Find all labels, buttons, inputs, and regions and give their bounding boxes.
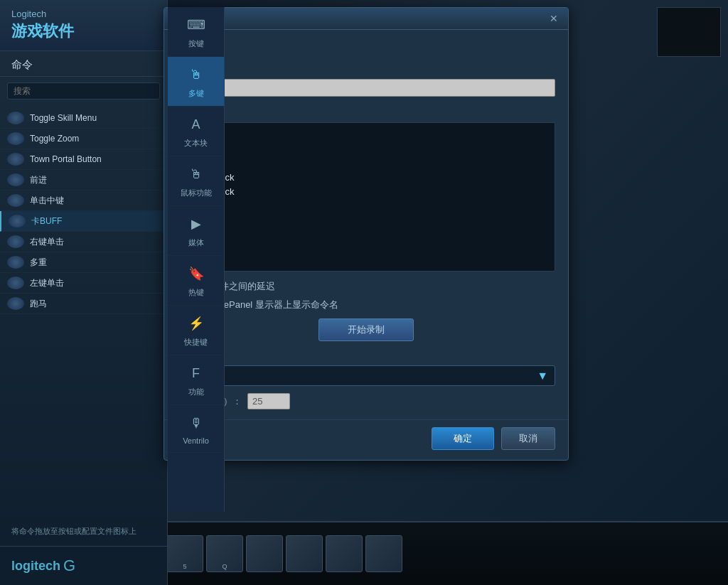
repeat-label: 重复选项: [177, 348, 555, 361]
command-label-right-click: 右键单击: [30, 236, 64, 248]
command-item-right-click[interactable]: 右键单击: [0, 232, 167, 252]
type-label-function: 功能: [188, 387, 204, 397]
key-item: ↑Num Lock: [182, 184, 550, 198]
key-item: ↓Num Lock: [182, 170, 550, 184]
command-icon-ka-buff: [9, 215, 26, 227]
dialog-footer: 确定 取消: [164, 419, 568, 460]
key-item: ↑Num 1: [182, 198, 550, 213]
command-icon-multi: [7, 256, 24, 269]
type-icon-function: F: [183, 363, 209, 384]
command-icon-middle-click: [7, 194, 24, 207]
record-button[interactable]: 开始录制: [318, 318, 414, 341]
key-item: ↑Num 3: [182, 227, 550, 241]
command-label-town-portal: Town Portal Button: [30, 154, 102, 164]
cancel-button[interactable]: 取消: [501, 427, 555, 450]
command-item-ka-buff[interactable]: 卡BUFF: [0, 211, 167, 232]
type-item-function[interactable]: F功能: [168, 355, 224, 405]
command-icon-toggle-zoom: [7, 132, 24, 145]
key-item: ↓Num 2: [182, 141, 550, 156]
delay-input[interactable]: [247, 393, 290, 409]
command-item-toggle-zoom[interactable]: Toggle Zoom: [0, 129, 167, 149]
name-input[interactable]: [177, 79, 555, 97]
keys-label: 按键: [177, 105, 555, 118]
sidebar: Logitech 游戏软件 命令 Toggle Skill MenuToggle…: [0, 0, 168, 585]
type-label-multikey: 多键: [188, 88, 204, 99]
sidebar-hint: 将命令拖放至按钮或配置文件图标上: [0, 520, 167, 542]
checkbox-delay-row: 记录事件之间的延迟: [177, 280, 555, 293]
name-label: 名称：: [177, 62, 555, 75]
type-icon-hotkey: 🔖: [183, 263, 209, 284]
command-label-ka-buff: 卡BUFF: [31, 215, 62, 227]
command-list: Toggle Skill MenuToggle ZoomTown Portal …: [0, 105, 167, 317]
type-icon-shortcut: ⚡: [183, 313, 209, 334]
type-icon-multikey: 🖱: [183, 64, 209, 85]
command-item-toggle-skill[interactable]: Toggle Skill Menu: [0, 108, 167, 129]
footer-logo-g: G: [63, 557, 75, 575]
repeat-section: 重复选项 无重复切换 ▼ 延迟（毫秒）：: [177, 348, 555, 409]
type-item-textblock[interactable]: A文本块: [168, 107, 224, 156]
type-item-shortcut[interactable]: ⚡快捷键: [168, 306, 224, 355]
type-item-hotkey[interactable]: 🔖热键: [168, 256, 224, 306]
command-icon-left-click: [7, 277, 24, 289]
command-item-left-click[interactable]: 左键单击: [0, 273, 167, 294]
dialog-close-button[interactable]: ✕: [547, 13, 561, 24]
command-item-multi[interactable]: 多重: [0, 252, 167, 273]
checkbox-gamepanel-row: 在 GamePanel 显示器上显示命令名: [177, 299, 555, 311]
search-input[interactable]: [7, 82, 160, 100]
type-item-key[interactable]: ⌨按键: [168, 7, 224, 57]
key-item: ↑Num 2: [182, 213, 550, 227]
type-panel: ⌨按键🖱多键A文本块🖱鼠标功能▶媒体🔖热键⚡快捷键F功能🎙Ventrilo: [168, 7, 225, 512]
type-icon-textblock: A: [183, 114, 209, 135]
command-icon-right-click: [7, 235, 24, 248]
command-item-town-portal[interactable]: Town Portal Button: [0, 149, 167, 170]
dialog-titlebar: 命令编辑器 ✕: [164, 8, 568, 30]
repeat-select[interactable]: 无重复切换: [177, 365, 555, 386]
brand-label: Logitech: [11, 9, 156, 19]
command-item-forward[interactable]: 前进: [0, 170, 167, 190]
command-icon-town-portal: [7, 153, 24, 166]
game-icon-9[interactable]: [365, 535, 402, 572]
game-icon-8[interactable]: [326, 535, 363, 572]
thumbnail: [657, 7, 721, 57]
type-icon-ventrilo: 🎙: [183, 412, 209, 434]
game-icon-num-4: 5: [183, 563, 186, 570]
type-item-multikey[interactable]: 🖱多键: [168, 57, 224, 107]
type-label-textblock: 文本块: [184, 138, 208, 149]
type-item-media[interactable]: ▶媒体: [168, 206, 224, 256]
dialog-body: 多键 名称： 按键 ↓Num 1↓Num 2↓Num 3↓Num Lock↑Nu…: [164, 30, 568, 419]
game-icon-4[interactable]: 5: [166, 535, 203, 572]
game-icon-5[interactable]: Q: [206, 535, 243, 572]
type-label-mouse: 鼠标功能: [181, 188, 212, 198]
key-item: ↓Num 1: [182, 127, 550, 141]
command-item-run[interactable]: 跑马: [0, 294, 167, 314]
command-icon-forward: [7, 173, 24, 186]
footer-logo-text: logitech: [11, 559, 60, 574]
command-icon-toggle-skill: [7, 112, 24, 124]
app-title: 游戏软件: [11, 21, 156, 42]
dialog-section-title: 多键: [177, 40, 555, 55]
command-icon-run: [7, 297, 24, 310]
command-label-middle-click: 单击中键: [30, 195, 64, 207]
command-label-toggle-skill: Toggle Skill Menu: [30, 113, 97, 123]
command-label-run: 跑马: [30, 298, 47, 310]
type-label-shortcut: 快捷键: [184, 337, 208, 348]
type-item-mouse[interactable]: 🖱鼠标功能: [168, 156, 224, 206]
type-label-media: 媒体: [188, 237, 204, 248]
type-label-ventrilo: Ventrilo: [183, 436, 209, 445]
command-item-middle-click[interactable]: 单击中键: [0, 190, 167, 211]
type-item-ventrilo[interactable]: 🎙Ventrilo: [168, 405, 224, 453]
game-icon-num-5: Q: [222, 563, 227, 570]
sidebar-header: Logitech 游戏软件: [0, 0, 167, 51]
type-icon-key: ⌨: [183, 14, 209, 36]
type-label-key: 按键: [188, 38, 204, 49]
command-label-toggle-zoom: Toggle Zoom: [30, 134, 79, 144]
delay-row: 延迟（毫秒）：: [177, 393, 555, 409]
ok-button[interactable]: 确定: [432, 427, 494, 450]
keys-listbox: ↓Num 1↓Num 2↓Num 3↓Num Lock↑Num Lock↑Num…: [177, 122, 555, 272]
command-label-forward: 前进: [30, 174, 47, 186]
type-icon-mouse: 🖱: [183, 163, 209, 185]
type-icon-media: ▶: [183, 213, 209, 235]
game-icon-7[interactable]: [286, 535, 323, 572]
game-icon-6[interactable]: [246, 535, 283, 572]
commands-section-label: 命令: [0, 51, 167, 77]
